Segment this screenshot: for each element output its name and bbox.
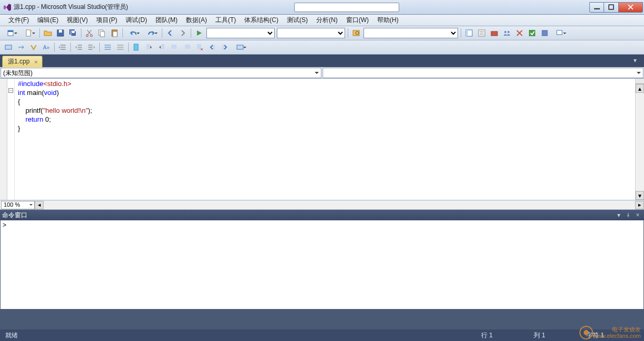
outline-gutter[interactable]: − xyxy=(7,79,15,200)
scroll-down-icon[interactable]: ▾ xyxy=(636,191,644,200)
status-line: 行 1 xyxy=(481,331,534,340)
split-handle[interactable] xyxy=(636,79,644,84)
indent-right-button[interactable] xyxy=(86,41,97,53)
menu-tools[interactable]: 工具(T) xyxy=(211,15,240,26)
pin-icon[interactable] xyxy=(624,211,632,219)
menu-team[interactable]: 团队(M) xyxy=(151,15,182,26)
close-button[interactable] xyxy=(619,2,643,13)
bookmark-prev-folder-button[interactable] xyxy=(169,41,180,53)
uncomment-button[interactable] xyxy=(115,41,126,53)
scroll-up-icon[interactable]: ▴ xyxy=(636,84,644,93)
toolbox-button[interactable] xyxy=(489,27,500,39)
menu-edit[interactable]: 编辑(E) xyxy=(33,15,63,26)
svg-rect-26 xyxy=(557,30,562,35)
svg-rect-37 xyxy=(237,45,243,49)
scope-combo-left[interactable]: (未知范围) xyxy=(1,68,321,78)
editor-footer: 100 % ◂ ▸ xyxy=(0,200,644,210)
find-combo[interactable] xyxy=(363,28,458,38)
maximize-button[interactable] xyxy=(604,2,619,13)
highlight-button[interactable] xyxy=(232,41,248,53)
nav-forward-button[interactable] xyxy=(177,27,189,39)
solution-config-combo[interactable] xyxy=(206,28,275,38)
find-in-files-button[interactable] xyxy=(350,27,362,39)
open-button[interactable] xyxy=(42,27,54,39)
scope-combo-right[interactable] xyxy=(323,68,643,78)
nav-back-button[interactable] xyxy=(164,27,176,39)
svg-rect-30 xyxy=(147,44,150,49)
save-all-button[interactable] xyxy=(67,27,79,39)
menu-project[interactable]: 项目(P) xyxy=(92,15,121,26)
display-param-button[interactable] xyxy=(15,41,27,53)
command-window-caption[interactable]: 命令窗口 ▾ × xyxy=(0,210,644,220)
command-window-body[interactable]: > xyxy=(0,220,644,310)
save-button[interactable] xyxy=(55,27,66,39)
editor-vertical-scrollbar[interactable]: ▴ ▾ xyxy=(635,79,644,200)
tab-close-icon[interactable]: × xyxy=(33,59,39,65)
window-position-icon[interactable]: ▾ xyxy=(615,211,623,219)
menu-data[interactable]: 数据(A) xyxy=(182,15,211,26)
close-panel-icon[interactable]: × xyxy=(633,211,642,219)
zoom-combo[interactable]: 100 % xyxy=(1,201,35,209)
menu-help[interactable]: 帮助(H) xyxy=(373,15,403,26)
document-tabs: 源1.cpp × ▾ xyxy=(0,55,644,67)
paste-button[interactable] xyxy=(109,27,120,39)
properties-button[interactable] xyxy=(476,27,487,39)
window-list-button[interactable] xyxy=(552,27,568,39)
settings-button[interactable] xyxy=(514,27,525,39)
svg-rect-36 xyxy=(222,45,224,50)
status-ready: 就绪 xyxy=(5,331,18,340)
display-word-button[interactable]: A» xyxy=(40,41,52,53)
solution-explorer-button[interactable] xyxy=(463,27,475,39)
new-project-button[interactable] xyxy=(3,27,19,39)
svg-rect-31 xyxy=(161,44,164,49)
display-object-button[interactable] xyxy=(3,41,14,53)
code-text[interactable]: #include<stdio.h> int main(void) { print… xyxy=(15,79,635,200)
svg-rect-15 xyxy=(113,31,117,37)
extension-button[interactable] xyxy=(539,27,550,39)
minimize-button[interactable] xyxy=(589,2,604,13)
cut-button[interactable] xyxy=(84,27,95,39)
svg-rect-29 xyxy=(134,44,138,50)
quick-launch-input[interactable] xyxy=(294,3,399,12)
scroll-left-icon[interactable]: ◂ xyxy=(35,201,44,209)
menu-bar: 文件(F) 编辑(E) 视图(V) 项目(P) 调试(D) 团队(M) 数据(A… xyxy=(0,15,644,26)
team-explorer-button[interactable] xyxy=(501,27,513,39)
svg-rect-1 xyxy=(609,5,614,9)
copy-button[interactable] xyxy=(96,27,108,39)
tab-overflow-button[interactable]: ▾ xyxy=(633,57,642,65)
fold-toggle-icon[interactable]: − xyxy=(8,88,13,93)
bookmark-clear-button[interactable] xyxy=(194,41,205,53)
menu-test[interactable]: 测试(S) xyxy=(283,15,312,26)
menu-debug[interactable]: 调试(D) xyxy=(121,15,151,26)
indent-left-button[interactable] xyxy=(73,41,85,53)
redo-button[interactable] xyxy=(143,27,160,39)
undo-button[interactable] xyxy=(125,27,142,39)
menu-architecture[interactable]: 体系结构(C) xyxy=(240,15,283,26)
bookmark-toggle-button[interactable] xyxy=(131,41,142,53)
watermark: 电子发烧友 www.elecfans.com xyxy=(593,326,641,339)
tab-left-button[interactable] xyxy=(206,41,218,53)
menu-window[interactable]: 窗口(W) xyxy=(342,15,373,26)
breakpoint-gutter[interactable] xyxy=(0,79,7,200)
add-item-button[interactable] xyxy=(20,27,37,39)
svg-rect-33 xyxy=(185,45,190,49)
start-debug-button[interactable] xyxy=(193,27,205,39)
command-window-title: 命令窗口 xyxy=(2,211,27,220)
decrease-indent-button[interactable] xyxy=(57,41,68,53)
tab-source1-cpp[interactable]: 源1.cpp × xyxy=(2,56,43,67)
menu-analyze[interactable]: 分析(N) xyxy=(312,15,342,26)
bookmark-next-folder-button[interactable] xyxy=(181,41,193,53)
menu-file[interactable]: 文件(F) xyxy=(4,15,33,26)
bookmark-next-button[interactable] xyxy=(156,41,168,53)
solution-platform-combo[interactable] xyxy=(277,28,345,38)
start-page-button[interactable] xyxy=(526,27,538,39)
svg-rect-21 xyxy=(491,31,497,36)
comment-button[interactable] xyxy=(102,41,113,53)
menu-view[interactable]: 视图(V) xyxy=(63,15,92,26)
display-quick-button[interactable] xyxy=(28,41,39,53)
svg-rect-16 xyxy=(353,30,359,36)
code-editor[interactable]: − #include<stdio.h> int main(void) { pri… xyxy=(0,79,644,200)
bookmark-prev-button[interactable] xyxy=(143,41,155,53)
tab-right-button[interactable] xyxy=(219,41,231,53)
scroll-right-icon[interactable]: ▸ xyxy=(635,201,644,209)
